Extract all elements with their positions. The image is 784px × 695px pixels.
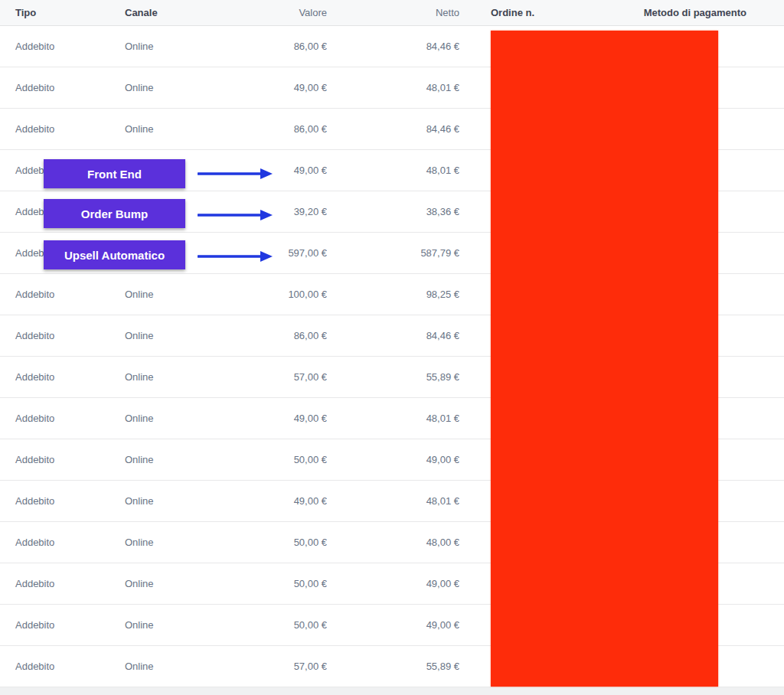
cell-tipo: Addebito (0, 578, 125, 589)
cell-valore: 86,00 € (214, 41, 327, 52)
cell-canale: Online (125, 82, 214, 93)
cell-valore: 50,00 € (214, 619, 327, 631)
cell-canale: Online (125, 413, 214, 424)
cell-netto: 48,01 € (327, 495, 459, 507)
redaction-overlay (491, 31, 718, 687)
cell-tipo: Addebito (0, 619, 125, 631)
cell-canale: Online (125, 123, 214, 135)
cell-canale: Online (125, 661, 214, 672)
cell-netto: 84,46 € (327, 41, 459, 52)
column-header-tipo: Tipo (0, 7, 125, 18)
cell-netto: 84,46 € (327, 330, 459, 341)
cell-netto: 84,46 € (327, 123, 459, 135)
cell-tipo: Addebito (0, 330, 125, 341)
cell-netto: 48,01 € (327, 413, 459, 424)
cell-canale: Online (125, 578, 214, 589)
cell-canale: Online (125, 537, 214, 548)
cell-tipo: Addebito (0, 82, 125, 93)
cell-valore: 50,00 € (214, 578, 327, 589)
arrow-icon (198, 250, 273, 263)
cell-tipo: Addebito (0, 289, 125, 300)
cell-tipo: Addebito (0, 661, 125, 672)
cell-canale: Online (125, 454, 214, 465)
cell-valore: 57,00 € (214, 371, 327, 383)
annotation-badge-front-end: Front End (44, 159, 185, 188)
annotation-badge-order-bump: Order Bump (44, 199, 185, 228)
payments-table-page: Tipo Canale Valore Netto Ordine n. Metod… (0, 0, 784, 695)
cell-valore: 86,00 € (214, 330, 327, 341)
cell-tipo: Addebito (0, 123, 125, 135)
cell-tipo: Addebito (0, 454, 125, 465)
cell-netto: 55,89 € (327, 661, 459, 672)
annotation-badge-label: Upsell Automatico (64, 249, 165, 262)
page-bottom-strip (0, 687, 784, 695)
cell-valore: 49,00 € (214, 413, 327, 424)
cell-tipo: Addebito (0, 413, 125, 424)
cell-tipo: Addebito (0, 371, 125, 383)
cell-canale: Online (125, 371, 214, 383)
cell-valore: 100,00 € (214, 289, 327, 300)
column-header-valore: Valore (214, 7, 327, 18)
cell-netto: 49,00 € (327, 454, 459, 465)
cell-canale: Online (125, 495, 214, 507)
cell-netto: 48,01 € (327, 82, 459, 93)
cell-netto: 55,89 € (327, 371, 459, 383)
cell-valore: 57,00 € (214, 661, 327, 672)
annotation-badge-label: Order Bump (81, 207, 149, 220)
column-header-metodo: Metodo di pagamento (635, 7, 746, 18)
cell-tipo: Addebito (0, 41, 125, 52)
cell-netto: 98,25 € (327, 289, 459, 300)
cell-netto: 48,00 € (327, 537, 459, 548)
annotation-badge-upsell-automatico: Upsell Automatico (44, 240, 185, 269)
cell-netto: 587,79 € (327, 247, 459, 259)
cell-canale: Online (125, 619, 214, 631)
cell-tipo: Addebito (0, 537, 125, 548)
cell-valore: 86,00 € (214, 123, 327, 135)
cell-canale: Online (125, 289, 214, 300)
cell-valore: 50,00 € (214, 537, 327, 548)
cell-valore: 50,00 € (214, 454, 327, 465)
annotation-badge-label: Front End (87, 168, 142, 181)
cell-netto: 48,01 € (327, 165, 459, 176)
cell-netto: 49,00 € (327, 619, 459, 631)
column-header-netto: Netto (327, 7, 459, 18)
cell-canale: Online (125, 41, 214, 52)
arrow-icon (198, 209, 273, 221)
column-header-ordine: Ordine n. (459, 7, 635, 18)
cell-tipo: Addebito (0, 495, 125, 507)
column-header-canale: Canale (125, 7, 214, 18)
cell-canale: Online (125, 330, 214, 341)
table-header-row: Tipo Canale Valore Netto Ordine n. Metod… (0, 0, 784, 26)
cell-netto: 49,00 € (327, 578, 459, 589)
arrow-icon (198, 168, 273, 180)
cell-valore: 49,00 € (214, 495, 327, 507)
cell-valore: 49,00 € (214, 82, 327, 93)
cell-netto: 38,36 € (327, 206, 459, 217)
